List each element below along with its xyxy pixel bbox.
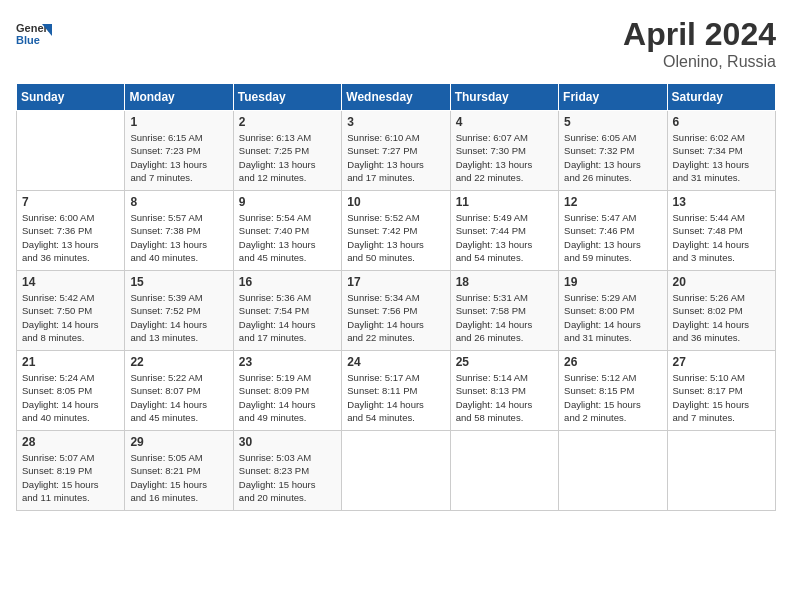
- weekday-header: Tuesday: [233, 84, 341, 111]
- weekday-header: Thursday: [450, 84, 558, 111]
- day-info: Sunrise: 6:10 AMSunset: 7:27 PMDaylight:…: [347, 131, 444, 184]
- calendar-cell: 8Sunrise: 5:57 AMSunset: 7:38 PMDaylight…: [125, 191, 233, 271]
- calendar-cell: 21Sunrise: 5:24 AMSunset: 8:05 PMDayligh…: [17, 351, 125, 431]
- day-number: 19: [564, 275, 661, 289]
- day-number: 7: [22, 195, 119, 209]
- day-info: Sunrise: 5:49 AMSunset: 7:44 PMDaylight:…: [456, 211, 553, 264]
- day-number: 25: [456, 355, 553, 369]
- calendar-cell: 18Sunrise: 5:31 AMSunset: 7:58 PMDayligh…: [450, 271, 558, 351]
- day-number: 16: [239, 275, 336, 289]
- calendar-cell: 10Sunrise: 5:52 AMSunset: 7:42 PMDayligh…: [342, 191, 450, 271]
- day-info: Sunrise: 5:44 AMSunset: 7:48 PMDaylight:…: [673, 211, 770, 264]
- calendar-cell: 5Sunrise: 6:05 AMSunset: 7:32 PMDaylight…: [559, 111, 667, 191]
- day-info: Sunrise: 5:05 AMSunset: 8:21 PMDaylight:…: [130, 451, 227, 504]
- calendar-header-row: SundayMondayTuesdayWednesdayThursdayFrid…: [17, 84, 776, 111]
- calendar-table: SundayMondayTuesdayWednesdayThursdayFrid…: [16, 83, 776, 511]
- calendar-cell: 17Sunrise: 5:34 AMSunset: 7:56 PMDayligh…: [342, 271, 450, 351]
- day-number: 17: [347, 275, 444, 289]
- day-number: 26: [564, 355, 661, 369]
- day-info: Sunrise: 5:52 AMSunset: 7:42 PMDaylight:…: [347, 211, 444, 264]
- calendar-week-row: 21Sunrise: 5:24 AMSunset: 8:05 PMDayligh…: [17, 351, 776, 431]
- day-info: Sunrise: 5:36 AMSunset: 7:54 PMDaylight:…: [239, 291, 336, 344]
- calendar-cell: 26Sunrise: 5:12 AMSunset: 8:15 PMDayligh…: [559, 351, 667, 431]
- day-info: Sunrise: 5:54 AMSunset: 7:40 PMDaylight:…: [239, 211, 336, 264]
- calendar-cell: [450, 431, 558, 511]
- day-number: 23: [239, 355, 336, 369]
- weekday-header: Sunday: [17, 84, 125, 111]
- day-info: Sunrise: 5:29 AMSunset: 8:00 PMDaylight:…: [564, 291, 661, 344]
- day-number: 28: [22, 435, 119, 449]
- calendar-cell: 12Sunrise: 5:47 AMSunset: 7:46 PMDayligh…: [559, 191, 667, 271]
- calendar-week-row: 14Sunrise: 5:42 AMSunset: 7:50 PMDayligh…: [17, 271, 776, 351]
- day-number: 10: [347, 195, 444, 209]
- day-number: 3: [347, 115, 444, 129]
- calendar-cell: 19Sunrise: 5:29 AMSunset: 8:00 PMDayligh…: [559, 271, 667, 351]
- calendar-cell: 13Sunrise: 5:44 AMSunset: 7:48 PMDayligh…: [667, 191, 775, 271]
- day-number: 6: [673, 115, 770, 129]
- calendar-cell: 1Sunrise: 6:15 AMSunset: 7:23 PMDaylight…: [125, 111, 233, 191]
- day-info: Sunrise: 6:15 AMSunset: 7:23 PMDaylight:…: [130, 131, 227, 184]
- calendar-cell: 27Sunrise: 5:10 AMSunset: 8:17 PMDayligh…: [667, 351, 775, 431]
- calendar-cell: 24Sunrise: 5:17 AMSunset: 8:11 PMDayligh…: [342, 351, 450, 431]
- weekday-header: Wednesday: [342, 84, 450, 111]
- calendar-cell: 16Sunrise: 5:36 AMSunset: 7:54 PMDayligh…: [233, 271, 341, 351]
- day-info: Sunrise: 6:13 AMSunset: 7:25 PMDaylight:…: [239, 131, 336, 184]
- day-number: 15: [130, 275, 227, 289]
- day-number: 18: [456, 275, 553, 289]
- month-year: April 2024: [623, 16, 776, 53]
- day-number: 9: [239, 195, 336, 209]
- calendar-week-row: 7Sunrise: 6:00 AMSunset: 7:36 PMDaylight…: [17, 191, 776, 271]
- day-number: 24: [347, 355, 444, 369]
- weekday-header: Saturday: [667, 84, 775, 111]
- weekday-header: Friday: [559, 84, 667, 111]
- day-info: Sunrise: 6:00 AMSunset: 7:36 PMDaylight:…: [22, 211, 119, 264]
- calendar-cell: [559, 431, 667, 511]
- calendar-week-row: 28Sunrise: 5:07 AMSunset: 8:19 PMDayligh…: [17, 431, 776, 511]
- svg-text:Blue: Blue: [16, 34, 40, 46]
- day-number: 12: [564, 195, 661, 209]
- day-info: Sunrise: 5:39 AMSunset: 7:52 PMDaylight:…: [130, 291, 227, 344]
- calendar-cell: 6Sunrise: 6:02 AMSunset: 7:34 PMDaylight…: [667, 111, 775, 191]
- logo: General Blue: [16, 16, 52, 52]
- day-number: 30: [239, 435, 336, 449]
- day-info: Sunrise: 5:14 AMSunset: 8:13 PMDaylight:…: [456, 371, 553, 424]
- logo-icon: General Blue: [16, 16, 52, 52]
- calendar-cell: [342, 431, 450, 511]
- day-number: 22: [130, 355, 227, 369]
- day-number: 5: [564, 115, 661, 129]
- calendar-cell: 20Sunrise: 5:26 AMSunset: 8:02 PMDayligh…: [667, 271, 775, 351]
- day-number: 29: [130, 435, 227, 449]
- day-info: Sunrise: 6:05 AMSunset: 7:32 PMDaylight:…: [564, 131, 661, 184]
- calendar-cell: [17, 111, 125, 191]
- calendar-cell: 2Sunrise: 6:13 AMSunset: 7:25 PMDaylight…: [233, 111, 341, 191]
- calendar-cell: [667, 431, 775, 511]
- day-info: Sunrise: 5:57 AMSunset: 7:38 PMDaylight:…: [130, 211, 227, 264]
- calendar-cell: 22Sunrise: 5:22 AMSunset: 8:07 PMDayligh…: [125, 351, 233, 431]
- calendar-cell: 7Sunrise: 6:00 AMSunset: 7:36 PMDaylight…: [17, 191, 125, 271]
- day-number: 11: [456, 195, 553, 209]
- title-block: April 2024 Olenino, Russia: [623, 16, 776, 71]
- day-number: 2: [239, 115, 336, 129]
- day-info: Sunrise: 5:12 AMSunset: 8:15 PMDaylight:…: [564, 371, 661, 424]
- day-number: 8: [130, 195, 227, 209]
- weekday-header: Monday: [125, 84, 233, 111]
- day-number: 13: [673, 195, 770, 209]
- calendar-cell: 23Sunrise: 5:19 AMSunset: 8:09 PMDayligh…: [233, 351, 341, 431]
- day-info: Sunrise: 6:07 AMSunset: 7:30 PMDaylight:…: [456, 131, 553, 184]
- calendar-cell: 28Sunrise: 5:07 AMSunset: 8:19 PMDayligh…: [17, 431, 125, 511]
- calendar-body: 1Sunrise: 6:15 AMSunset: 7:23 PMDaylight…: [17, 111, 776, 511]
- day-info: Sunrise: 5:31 AMSunset: 7:58 PMDaylight:…: [456, 291, 553, 344]
- calendar-cell: 14Sunrise: 5:42 AMSunset: 7:50 PMDayligh…: [17, 271, 125, 351]
- calendar-cell: 11Sunrise: 5:49 AMSunset: 7:44 PMDayligh…: [450, 191, 558, 271]
- calendar-week-row: 1Sunrise: 6:15 AMSunset: 7:23 PMDaylight…: [17, 111, 776, 191]
- day-number: 21: [22, 355, 119, 369]
- day-info: Sunrise: 5:26 AMSunset: 8:02 PMDaylight:…: [673, 291, 770, 344]
- calendar-cell: 29Sunrise: 5:05 AMSunset: 8:21 PMDayligh…: [125, 431, 233, 511]
- day-number: 1: [130, 115, 227, 129]
- day-info: Sunrise: 5:07 AMSunset: 8:19 PMDaylight:…: [22, 451, 119, 504]
- day-info: Sunrise: 5:19 AMSunset: 8:09 PMDaylight:…: [239, 371, 336, 424]
- day-number: 27: [673, 355, 770, 369]
- day-info: Sunrise: 5:03 AMSunset: 8:23 PMDaylight:…: [239, 451, 336, 504]
- calendar-cell: 4Sunrise: 6:07 AMSunset: 7:30 PMDaylight…: [450, 111, 558, 191]
- day-info: Sunrise: 5:42 AMSunset: 7:50 PMDaylight:…: [22, 291, 119, 344]
